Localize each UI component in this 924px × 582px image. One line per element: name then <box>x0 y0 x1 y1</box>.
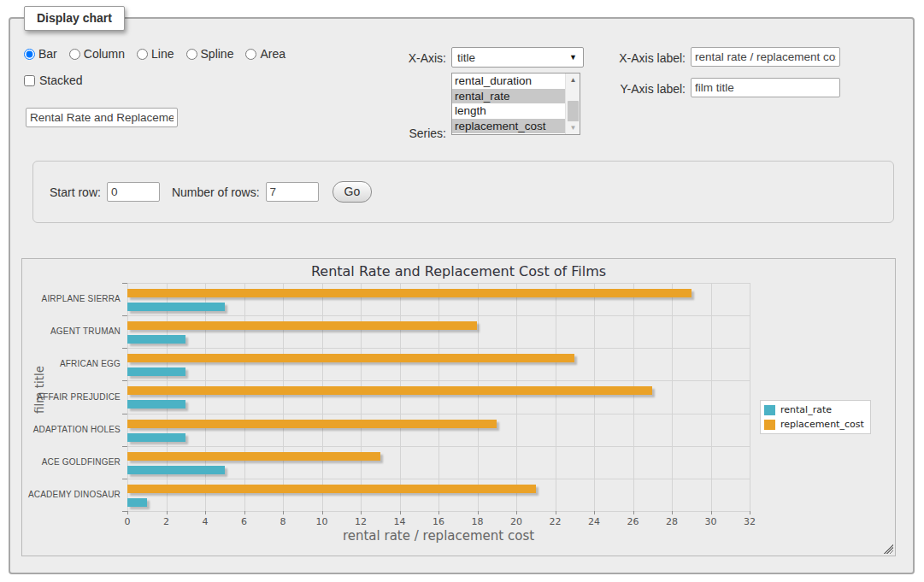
category-label: AGENT TRUMAN <box>22 326 121 337</box>
y-axis-label-input[interactable] <box>691 78 840 97</box>
start-row-input[interactable] <box>107 182 160 202</box>
series-select-label: Series: <box>378 126 446 140</box>
gridline-vertical <box>283 283 284 511</box>
bar-rental_rate <box>127 400 185 409</box>
gridline-horizontal <box>127 414 750 414</box>
chart-panel: Rental Rate and Replacement Cost of Film… <box>21 258 896 556</box>
gridline-vertical <box>167 283 168 511</box>
x-axis-selected-value: title <box>457 51 475 64</box>
series-option-rental_rate[interactable]: rental_rate <box>452 89 580 104</box>
x-axis-tick-label: 6 <box>241 516 247 527</box>
chart-type-radio-line[interactable] <box>137 49 148 60</box>
x-axis-tick <box>478 511 479 514</box>
bar-rental_rate <box>127 498 147 507</box>
x-axis-select[interactable]: title ▼ <box>451 47 584 68</box>
x-axis-tick <box>167 511 168 514</box>
x-axis-tick-label: 0 <box>125 516 131 527</box>
gridline-vertical <box>672 283 673 511</box>
y-axis-tick <box>122 414 127 414</box>
y-axis-tick <box>122 283 127 284</box>
legend-row: replacement_cost <box>764 419 864 430</box>
x-axis-tick <box>205 511 206 514</box>
gridline-vertical <box>711 283 712 511</box>
x-axis-tick-label: 14 <box>394 516 406 527</box>
category-label: ADAPTATION HOLES <box>22 425 121 435</box>
go-button[interactable]: Go <box>333 181 373 203</box>
bar-rental_rate <box>127 466 225 474</box>
series-option-length[interactable]: length <box>452 103 580 119</box>
bar-rental_rate <box>127 367 185 376</box>
gridline-vertical <box>516 283 517 511</box>
x-axis-tick-label: 32 <box>744 516 756 527</box>
x-axis-tick <box>516 511 517 514</box>
chart-type-radio-area[interactable] <box>245 49 256 60</box>
chart-type-radio-column[interactable] <box>69 49 80 60</box>
x-axis-tick <box>322 511 323 514</box>
chart-type-radio-group: BarColumnLineSplineArea <box>24 47 294 61</box>
gridline-vertical <box>556 283 556 511</box>
x-axis-tick <box>556 511 556 514</box>
x-axis-tick-label: 2 <box>163 516 169 527</box>
chart-type-radio-spline[interactable] <box>186 49 197 60</box>
bar-replacement_cost <box>127 321 477 330</box>
y-axis-tick <box>122 315 127 316</box>
category-label: AIRPLANE SIERRA <box>22 294 121 304</box>
series-option-rental_duration[interactable]: rental_duration <box>452 73 580 89</box>
legend-row: rental_rate <box>764 404 864 415</box>
chart-legend: rental_ratereplacement_cost <box>760 400 871 434</box>
gridline-vertical <box>244 283 245 511</box>
gridline-horizontal <box>127 348 750 349</box>
x-axis-tick-label: 20 <box>510 516 522 527</box>
x-axis-tick <box>672 511 673 514</box>
category-label: AFRICAN EGG <box>22 359 121 369</box>
x-axis-tick-label: 8 <box>280 516 286 527</box>
gridline-vertical <box>205 283 206 511</box>
chevron-down-icon: ▼ <box>569 53 577 62</box>
start-row-label: Start row: <box>50 185 101 199</box>
chart-type-option-bar: Bar <box>24 47 57 61</box>
x-axis-tick-label: 24 <box>588 516 600 527</box>
x-axis-tick <box>127 511 128 514</box>
gridline-vertical <box>322 283 323 511</box>
bar-replacement_cost <box>127 386 652 395</box>
chart-type-label: Column <box>84 47 125 61</box>
number-of-rows-input[interactable] <box>266 182 319 202</box>
x-axis-select-label: X-Axis: <box>378 51 446 65</box>
number-of-rows-label: Number of rows: <box>172 185 260 199</box>
chart-x-axis-title: rental rate / replacement cost <box>127 528 750 544</box>
gridline-vertical <box>594 283 595 511</box>
category-label: ACADEMY DINOSAUR <box>22 490 121 500</box>
chart-type-label: Spline <box>201 47 234 61</box>
scrollbar[interactable]: ▲ ▼ <box>565 73 580 134</box>
gridline-vertical <box>633 283 634 511</box>
resize-handle-icon[interactable] <box>884 544 893 554</box>
chart-type-option-column: Column <box>69 47 125 61</box>
stacked-label: Stacked <box>39 73 83 87</box>
series-multiselect[interactable]: rental_durationrental_ratelengthreplacem… <box>451 73 580 135</box>
chart-type-option-area: Area <box>245 47 285 61</box>
panel-tab-display-chart: Display chart <box>24 6 125 31</box>
scroll-down-icon[interactable]: ▼ <box>566 121 580 134</box>
gridline-vertical <box>478 283 479 511</box>
x-axis-tick <box>711 511 712 514</box>
x-axis-tick-label: 30 <box>705 516 717 527</box>
gridline-horizontal <box>127 446 750 447</box>
scroll-up-icon[interactable]: ▲ <box>566 73 580 86</box>
chart-title-input[interactable] <box>26 108 178 127</box>
bar-replacement_cost <box>127 485 536 493</box>
category-label: AFFAIR PREJUDICE <box>22 392 121 403</box>
x-axis-tick <box>361 511 362 514</box>
x-axis-tick-label: 10 <box>316 516 328 527</box>
x-axis-label-input[interactable] <box>691 47 840 67</box>
series-option-replacement_cost[interactable]: replacement_cost <box>452 119 580 134</box>
x-axis-tick-label: 22 <box>550 516 562 527</box>
bar-replacement_cost <box>127 354 574 362</box>
stacked-checkbox[interactable] <box>24 75 35 86</box>
gridline-vertical <box>750 283 750 511</box>
x-axis-tick-label: 4 <box>203 516 209 527</box>
legend-label: rental_rate <box>780 404 832 415</box>
scrollbar-thumb[interactable] <box>568 101 579 123</box>
chart-type-label: Area <box>260 47 285 61</box>
category-label: ACE GOLDFINGER <box>22 457 121 467</box>
chart-type-radio-bar[interactable] <box>24 49 35 60</box>
